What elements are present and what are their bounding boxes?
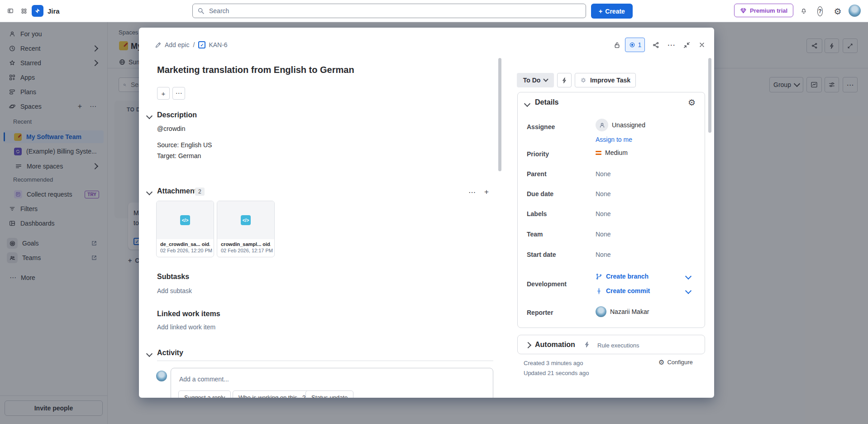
app-logo[interactable]: Jira xyxy=(32,5,60,17)
issue-modal: Add epic / ✓ KAN-6 1 ⋯ Marketi xyxy=(139,28,714,398)
unlock-icon xyxy=(613,41,621,49)
improve-task-button[interactable]: Improve Task xyxy=(575,73,636,87)
team-value[interactable]: None xyxy=(596,231,610,238)
assignee-value[interactable]: Unassigned xyxy=(596,119,645,131)
current-user-avatar xyxy=(156,371,167,381)
details-panel: Details ⚙ Assignee Unassigned Assign to … xyxy=(517,92,705,328)
labels-value[interactable]: None xyxy=(596,210,610,217)
branch-options-chevron[interactable] xyxy=(685,273,692,279)
add-subtask-link[interactable]: Add subtask xyxy=(157,287,192,294)
automation-heading: Automation xyxy=(535,341,575,349)
description-mention[interactable]: @crowdin xyxy=(157,125,185,132)
details-settings-icon[interactable]: ⚙ xyxy=(688,98,696,107)
commit-options-chevron[interactable] xyxy=(685,288,692,294)
panel-scrollbar[interactable] xyxy=(708,58,711,133)
issue-key-link[interactable]: ✓ KAN-6 xyxy=(198,41,227,48)
description-collapse-icon[interactable] xyxy=(146,113,153,119)
suggest-reply-button[interactable]: Suggest a reply xyxy=(178,390,231,398)
user-avatar[interactable] xyxy=(849,5,861,17)
app-switcher-button[interactable] xyxy=(18,5,30,17)
issue-title[interactable]: Marketing translation from English to Ge… xyxy=(157,65,354,75)
modal-more-button[interactable]: ⋯ xyxy=(664,38,678,52)
details-collapse-icon[interactable] xyxy=(524,101,530,107)
edit-pencil-icon xyxy=(155,42,162,48)
attachment-preview: </> xyxy=(157,201,214,239)
attachment-preview: </> xyxy=(217,201,274,239)
start-date-value[interactable]: None xyxy=(596,251,610,258)
activity-heading: Activity xyxy=(157,349,183,357)
updated-timestamp: Updated 21 seconds ago xyxy=(524,370,589,376)
team-label: Team xyxy=(527,231,543,238)
add-content-button[interactable]: + xyxy=(157,87,170,100)
title-more-button[interactable]: ⋯ xyxy=(172,87,185,100)
attachment-card[interactable]: </> crowdin_sampl... oid.xml 02 Feb 2026… xyxy=(217,201,275,257)
jira-logo-icon xyxy=(32,5,43,17)
attachments-heading: Attachments xyxy=(157,187,201,195)
top-navbar: Jira + Create Premium trial ? ⚙ xyxy=(0,0,868,22)
attachment-card[interactable]: </> de_crowdin_sa... oid.xml 02 Feb 2026… xyxy=(156,201,214,257)
add-linked-item-link[interactable]: Add linked work item xyxy=(157,323,215,331)
automation-expand-icon xyxy=(525,342,531,348)
global-search[interactable] xyxy=(192,4,586,18)
due-date-value[interactable]: None xyxy=(596,190,610,198)
attachments-collapse-icon[interactable] xyxy=(146,189,153,195)
app-grid-icon xyxy=(21,7,27,15)
who-is-working-button[interactable]: Who is working on this...? xyxy=(233,390,311,398)
create-button[interactable]: + Create xyxy=(591,4,633,19)
content-scrollbar[interactable] xyxy=(498,58,501,171)
attachment-name: de_crowdin_sa... oid.xml xyxy=(160,241,210,247)
global-search-field[interactable] xyxy=(208,7,581,15)
attachments-add-button[interactable]: + xyxy=(480,186,493,198)
parent-value[interactable]: None xyxy=(596,170,610,178)
attachment-date: 02 Feb 2026, 12:20 PM xyxy=(160,248,210,253)
automation-subtext: Rule executions xyxy=(597,342,639,349)
more-horizontal-icon: ⋯ xyxy=(468,188,476,197)
watchers-count: 1 xyxy=(638,41,642,48)
collapse-button[interactable] xyxy=(679,38,694,52)
attachment-date: 02 Feb 2026, 12:17 PM xyxy=(221,248,271,253)
diamond-icon xyxy=(740,7,747,14)
search-icon xyxy=(197,7,205,14)
add-epic-button[interactable]: Add epic xyxy=(155,41,189,48)
share-button[interactable] xyxy=(649,38,663,52)
watchers-button[interactable]: 1 xyxy=(625,38,645,52)
assign-to-me-link[interactable]: Assign to me xyxy=(596,136,632,143)
lock-button[interactable] xyxy=(610,38,624,52)
automation-quick-button[interactable] xyxy=(557,73,572,87)
notifications-button[interactable] xyxy=(798,5,810,17)
status-dropdown[interactable]: To Do xyxy=(517,73,554,87)
labels-label: Labels xyxy=(527,210,547,217)
configure-button[interactable]: ⚙ Configure xyxy=(658,359,693,366)
issue-breadcrumb: Add epic / ✓ KAN-6 xyxy=(155,41,228,48)
ai-sparkle-icon xyxy=(580,77,587,83)
activity-collapse-icon[interactable] xyxy=(146,351,153,357)
reporter-value[interactable]: Nazarii Makar xyxy=(596,306,649,317)
premium-trial-button[interactable]: Premium trial xyxy=(734,4,793,17)
attachments-count-badge: 2 xyxy=(195,188,205,196)
details-heading: Details xyxy=(535,98,558,106)
close-icon xyxy=(698,41,706,48)
linked-items-heading: Linked work items xyxy=(157,310,220,318)
bell-icon xyxy=(801,7,807,15)
close-button[interactable] xyxy=(695,38,709,52)
help-button[interactable]: ? xyxy=(815,6,825,17)
attachment-name: crowdin_sampl... oid.xml xyxy=(221,241,271,247)
breadcrumb-separator: / xyxy=(193,41,195,48)
sidebar-toggle-button[interactable] xyxy=(5,5,16,17)
settings-button[interactable]: ⚙ xyxy=(832,5,844,17)
xml-file-icon: </> xyxy=(241,215,251,225)
status-update-button[interactable]: Status update xyxy=(305,390,353,398)
due-date-label: Due date xyxy=(527,190,553,198)
development-label: Development xyxy=(527,280,567,288)
create-branch-link[interactable]: Create branch xyxy=(596,273,649,280)
description-heading: Description xyxy=(157,111,197,119)
automation-panel[interactable]: Automation Rule executions xyxy=(517,335,705,354)
attachments-more-button[interactable]: ⋯ xyxy=(466,186,478,198)
create-commit-link[interactable]: Create commit xyxy=(596,287,650,294)
more-horizontal-icon: ⋯ xyxy=(668,40,675,50)
comment-input[interactable]: Add a comment... Suggest a reply Who is … xyxy=(171,368,493,398)
branch-icon xyxy=(596,273,602,280)
task-icon: ✓ xyxy=(198,41,205,48)
priority-value[interactable]: Medium xyxy=(596,149,628,156)
watch-eye-icon xyxy=(629,41,636,48)
